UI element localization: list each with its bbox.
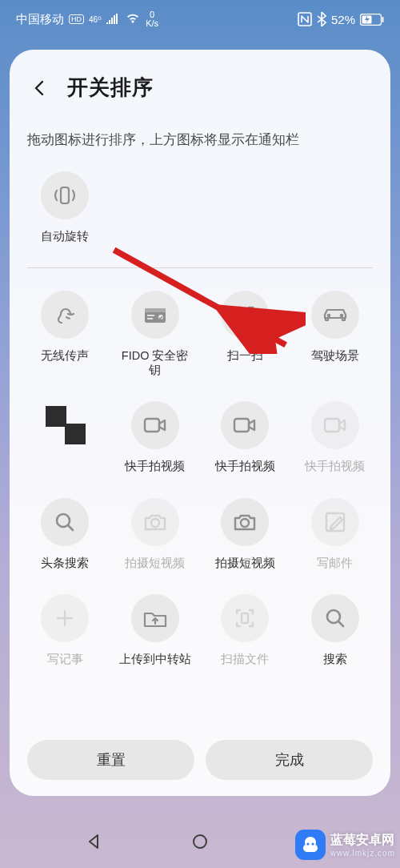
tile-redacted[interactable] bbox=[27, 401, 102, 473]
svg-rect-12 bbox=[145, 419, 159, 432]
svg-point-11 bbox=[341, 315, 342, 316]
ear-icon bbox=[41, 291, 89, 339]
tile-search[interactable]: 搜索 bbox=[298, 594, 373, 666]
status-bar: 中国移动 HD 46ᴳ 0 K/s 52% bbox=[0, 0, 400, 38]
id-card-icon bbox=[131, 291, 179, 339]
video-icon bbox=[131, 401, 179, 449]
svg-point-10 bbox=[328, 315, 330, 316]
svg-rect-19 bbox=[242, 613, 248, 623]
tile-label: 写邮件 bbox=[317, 556, 353, 570]
search-icon bbox=[311, 594, 359, 642]
tile-auto-rotate[interactable]: 自动旋转 bbox=[27, 171, 102, 243]
car-icon bbox=[311, 291, 359, 339]
frame-icon bbox=[221, 291, 269, 339]
compose-icon bbox=[311, 498, 359, 546]
tile-label: 无线传声 bbox=[41, 348, 89, 363]
tile-shoot-short-2[interactable]: 拍摄短视频 bbox=[207, 498, 282, 570]
svg-point-17 bbox=[241, 519, 249, 527]
tile-write-note[interactable]: 写记事 bbox=[27, 594, 102, 666]
svg-rect-8 bbox=[147, 315, 154, 316]
net-badge: 46ᴳ bbox=[89, 15, 102, 24]
tile-label: 自动旋转 bbox=[41, 229, 89, 243]
tile-label: 扫描文件 bbox=[221, 652, 269, 666]
svg-rect-14 bbox=[325, 419, 339, 432]
tile-label: 搜索 bbox=[323, 652, 347, 666]
tile-label: 快手拍视频 bbox=[305, 459, 365, 473]
watermark: 蓝莓安卓网 www.lmkjz.com bbox=[295, 830, 395, 860]
watermark-title: 蓝莓安卓网 bbox=[330, 833, 394, 846]
reset-button[interactable]: 重置 bbox=[27, 740, 194, 780]
tile-drive[interactable]: 驾驶场景 bbox=[298, 291, 373, 377]
tile-row-5: 写记事 上传到中转站 扫描文件 搜索 bbox=[27, 594, 373, 666]
svg-point-25 bbox=[311, 842, 314, 845]
tile-kuaishou-video-3[interactable]: 快手拍视频 bbox=[298, 401, 373, 473]
tile-scan-doc[interactable]: 扫描文件 bbox=[207, 594, 282, 666]
tile-label: 扫一扫 bbox=[227, 348, 263, 363]
hd-badge: HD bbox=[69, 14, 84, 24]
divider bbox=[27, 267, 373, 268]
tile-row-3: 快手拍视频 快手拍视频 快手拍视频 bbox=[27, 401, 373, 473]
bluetooth-icon bbox=[317, 12, 326, 26]
svg-rect-3 bbox=[382, 17, 384, 22]
tile-wireless-sound[interactable]: 无线传声 bbox=[27, 291, 102, 377]
done-button[interactable]: 完成 bbox=[206, 740, 373, 780]
svg-rect-13 bbox=[234, 419, 249, 432]
tile-toutiao-search[interactable]: 头条搜索 bbox=[27, 498, 102, 570]
search-icon bbox=[41, 498, 89, 546]
doc-frame-icon bbox=[221, 594, 269, 642]
page-title: 开关排序 bbox=[67, 74, 154, 102]
video-icon bbox=[221, 401, 269, 449]
upload-folder-icon bbox=[131, 594, 179, 642]
rotate-icon bbox=[41, 171, 89, 219]
back-button[interactable] bbox=[27, 76, 51, 100]
net-speed: 0 K/s bbox=[146, 10, 158, 28]
settings-card: 开关排序 拖动图标进行排序，上方图标将显示在通知栏 自动旋转 无线传声 bbox=[10, 50, 390, 796]
tile-row-4: 头条搜索 拍摄短视频 拍摄短视频 写邮件 bbox=[27, 498, 373, 570]
camera-icon bbox=[131, 498, 179, 546]
redacted-icon bbox=[41, 401, 89, 449]
plus-icon bbox=[41, 594, 89, 642]
nav-home[interactable] bbox=[189, 830, 211, 853]
watermark-logo-icon bbox=[295, 830, 326, 860]
wifi-icon bbox=[125, 12, 141, 26]
tile-kuaishou-video-2[interactable]: 快手拍视频 bbox=[207, 401, 282, 473]
tile-label: 快手拍视频 bbox=[215, 459, 275, 473]
tile-scan[interactable]: 扫一扫 bbox=[207, 291, 282, 377]
svg-point-24 bbox=[306, 842, 309, 845]
tile-upload-relay[interactable]: 上传到中转站 bbox=[118, 594, 193, 666]
svg-rect-4 bbox=[61, 187, 69, 203]
camera-icon bbox=[221, 498, 269, 546]
tile-shoot-short-1[interactable]: 拍摄短视频 bbox=[118, 498, 193, 570]
instruction-text: 拖动图标进行排序，上方图标将显示在通知栏 bbox=[27, 131, 373, 149]
tile-label: 写记事 bbox=[47, 652, 83, 666]
svg-point-22 bbox=[194, 835, 206, 848]
svg-rect-6 bbox=[145, 308, 166, 312]
tile-fido-key[interactable]: FIDO 安全密钥 bbox=[118, 291, 193, 377]
tile-label bbox=[45, 459, 85, 473]
nfc-icon bbox=[298, 12, 312, 26]
signal-icon bbox=[106, 13, 120, 26]
tile-label: 上传到中转站 bbox=[119, 652, 191, 666]
watermark-url: www.lmkjz.com bbox=[330, 849, 395, 858]
nav-back[interactable] bbox=[82, 830, 105, 853]
carrier-name: 中国移动 bbox=[16, 12, 64, 27]
battery-percent: 52% bbox=[331, 13, 355, 26]
tile-label: 头条搜索 bbox=[41, 556, 89, 570]
battery-icon bbox=[360, 14, 384, 26]
tile-label: 拍摄短视频 bbox=[215, 556, 275, 570]
tile-label: 驾驶场景 bbox=[311, 348, 359, 363]
tile-row-top: 自动旋转 bbox=[27, 171, 373, 243]
tile-label: 快手拍视频 bbox=[125, 459, 185, 473]
svg-point-16 bbox=[151, 519, 159, 527]
tile-row-2: 无线传声 FIDO 安全密钥 扫一扫 驾驶场景 bbox=[27, 291, 373, 377]
tile-write-mail[interactable]: 写邮件 bbox=[298, 498, 373, 570]
tile-label: FIDO 安全密钥 bbox=[118, 348, 193, 377]
tile-label: 拍摄短视频 bbox=[125, 556, 185, 570]
video-icon bbox=[311, 401, 359, 449]
svg-rect-9 bbox=[147, 318, 153, 319]
tile-kuaishou-video-1[interactable]: 快手拍视频 bbox=[118, 401, 193, 473]
